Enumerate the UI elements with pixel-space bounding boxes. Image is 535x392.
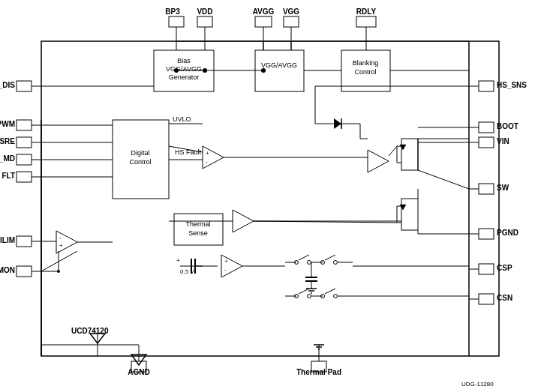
svg-text:PGND: PGND	[497, 229, 518, 237]
svg-text:+: +	[176, 257, 180, 264]
svg-text:SW: SW	[497, 184, 509, 192]
svg-text:-: -	[59, 234, 62, 241]
svg-text:+: +	[206, 150, 209, 157]
svg-text:CSN: CSN	[497, 294, 512, 302]
svg-text:+: +	[224, 258, 228, 265]
svg-text:Generator: Generator	[169, 73, 200, 81]
svg-text:AVGG: AVGG	[253, 7, 275, 16]
svg-text:CSP: CSP	[497, 264, 512, 272]
block-diagram-svg: Bias VGG/AVGG Generator VGG/AVGG Blankin…	[0, 0, 535, 392]
svg-text:HS_SNS: HS_SNS	[497, 81, 527, 89]
svg-rect-73	[401, 199, 418, 230]
svg-rect-64	[401, 139, 418, 170]
svg-text:RDLY: RDLY	[356, 7, 377, 16]
svg-text:VGG/AVGG: VGG/AVGG	[261, 61, 297, 69]
diagram-container: Bias VGG/AVGG Generator VGG/AVGG Blankin…	[0, 0, 535, 392]
svg-text:VDD: VDD	[197, 7, 212, 16]
svg-text:SRE: SRE	[0, 137, 15, 145]
svg-text:BOOT: BOOT	[497, 122, 518, 130]
svg-text:Bias: Bias	[177, 57, 191, 64]
svg-text:Sense: Sense	[188, 229, 208, 237]
svg-text:VGG: VGG	[283, 7, 299, 16]
svg-text:Blanking: Blanking	[353, 59, 379, 67]
svg-text:UDG-11280: UDG-11280	[461, 381, 494, 388]
svg-text:UVLO: UVLO	[173, 115, 191, 123]
svg-text:-: -	[206, 158, 208, 165]
svg-text:IMON: IMON	[0, 266, 15, 274]
svg-text:ILIM: ILIM	[0, 236, 15, 244]
svg-text:AGND: AGND	[128, 368, 149, 376]
svg-text:+: +	[59, 242, 63, 249]
svg-text:VIN: VIN	[497, 137, 509, 145]
svg-text:SRE_MD: SRE_MD	[0, 154, 15, 163]
svg-text:Control: Control	[354, 68, 376, 76]
svg-text:Control: Control	[129, 158, 151, 166]
svg-text:VGG/AVGG: VGG/AVGG	[166, 65, 202, 73]
svg-text:VGG_DIS: VGG_DIS	[0, 81, 15, 89]
svg-text:0.5 V: 0.5 V	[180, 268, 194, 275]
svg-text:UCD74120: UCD74120	[71, 327, 109, 335]
svg-text:FLT: FLT	[2, 172, 15, 180]
svg-text:PWM: PWM	[0, 120, 15, 128]
svg-text:Digital: Digital	[131, 149, 149, 157]
svg-text:Thermal Pad: Thermal Pad	[296, 368, 341, 376]
svg-text:-: -	[224, 266, 227, 273]
svg-text:BP3: BP3	[165, 7, 180, 16]
